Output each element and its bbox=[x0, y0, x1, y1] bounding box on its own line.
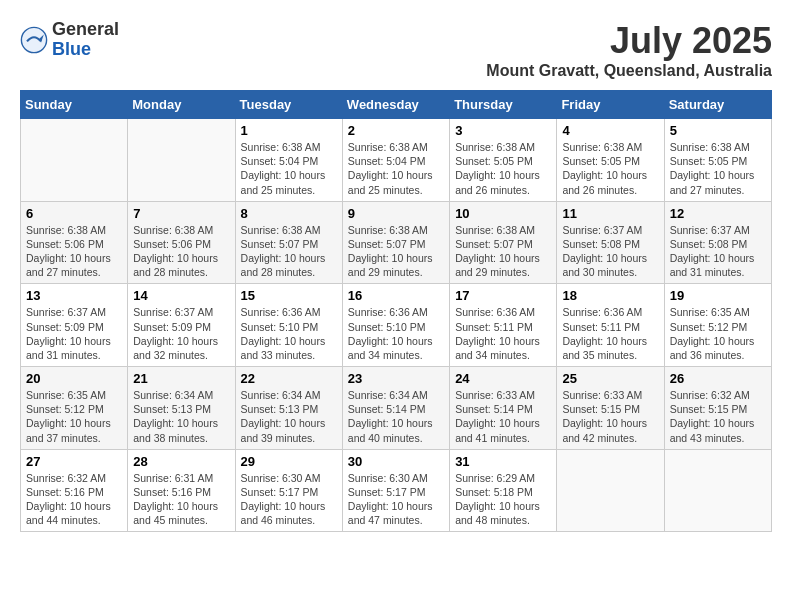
weekday-header-row: SundayMondayTuesdayWednesdayThursdayFrid… bbox=[21, 91, 772, 119]
day-info: Sunrise: 6:37 AM Sunset: 5:08 PM Dayligh… bbox=[670, 223, 766, 280]
day-info: Sunrise: 6:38 AM Sunset: 5:05 PM Dayligh… bbox=[455, 140, 551, 197]
day-info: Sunrise: 6:29 AM Sunset: 5:18 PM Dayligh… bbox=[455, 471, 551, 528]
day-info: Sunrise: 6:33 AM Sunset: 5:14 PM Dayligh… bbox=[455, 388, 551, 445]
weekday-header-tuesday: Tuesday bbox=[235, 91, 342, 119]
calendar-cell: 31Sunrise: 6:29 AM Sunset: 5:18 PM Dayli… bbox=[450, 449, 557, 532]
calendar-cell: 18Sunrise: 6:36 AM Sunset: 5:11 PM Dayli… bbox=[557, 284, 664, 367]
week-row-4: 20Sunrise: 6:35 AM Sunset: 5:12 PM Dayli… bbox=[21, 367, 772, 450]
day-number: 22 bbox=[241, 371, 337, 386]
calendar-cell bbox=[21, 119, 128, 202]
calendar-cell: 9Sunrise: 6:38 AM Sunset: 5:07 PM Daylig… bbox=[342, 201, 449, 284]
calendar-cell: 29Sunrise: 6:30 AM Sunset: 5:17 PM Dayli… bbox=[235, 449, 342, 532]
day-number: 6 bbox=[26, 206, 122, 221]
calendar-cell: 7Sunrise: 6:38 AM Sunset: 5:06 PM Daylig… bbox=[128, 201, 235, 284]
calendar-cell: 27Sunrise: 6:32 AM Sunset: 5:16 PM Dayli… bbox=[21, 449, 128, 532]
title-area: July 2025 Mount Gravatt, Queensland, Aus… bbox=[486, 20, 772, 80]
day-number: 17 bbox=[455, 288, 551, 303]
day-number: 27 bbox=[26, 454, 122, 469]
day-number: 7 bbox=[133, 206, 229, 221]
day-number: 21 bbox=[133, 371, 229, 386]
day-info: Sunrise: 6:34 AM Sunset: 5:13 PM Dayligh… bbox=[133, 388, 229, 445]
calendar-cell: 5Sunrise: 6:38 AM Sunset: 5:05 PM Daylig… bbox=[664, 119, 771, 202]
week-row-2: 6Sunrise: 6:38 AM Sunset: 5:06 PM Daylig… bbox=[21, 201, 772, 284]
day-number: 2 bbox=[348, 123, 444, 138]
calendar-cell: 3Sunrise: 6:38 AM Sunset: 5:05 PM Daylig… bbox=[450, 119, 557, 202]
day-number: 16 bbox=[348, 288, 444, 303]
calendar-cell: 24Sunrise: 6:33 AM Sunset: 5:14 PM Dayli… bbox=[450, 367, 557, 450]
day-number: 30 bbox=[348, 454, 444, 469]
calendar-cell bbox=[128, 119, 235, 202]
day-info: Sunrise: 6:37 AM Sunset: 5:08 PM Dayligh… bbox=[562, 223, 658, 280]
logo-general: General bbox=[52, 20, 119, 40]
calendar-cell: 28Sunrise: 6:31 AM Sunset: 5:16 PM Dayli… bbox=[128, 449, 235, 532]
calendar-cell: 8Sunrise: 6:38 AM Sunset: 5:07 PM Daylig… bbox=[235, 201, 342, 284]
calendar-cell: 20Sunrise: 6:35 AM Sunset: 5:12 PM Dayli… bbox=[21, 367, 128, 450]
day-info: Sunrise: 6:32 AM Sunset: 5:16 PM Dayligh… bbox=[26, 471, 122, 528]
week-row-5: 27Sunrise: 6:32 AM Sunset: 5:16 PM Dayli… bbox=[21, 449, 772, 532]
logo-blue: Blue bbox=[52, 40, 119, 60]
day-info: Sunrise: 6:35 AM Sunset: 5:12 PM Dayligh… bbox=[26, 388, 122, 445]
weekday-header-monday: Monday bbox=[128, 91, 235, 119]
calendar-cell: 2Sunrise: 6:38 AM Sunset: 5:04 PM Daylig… bbox=[342, 119, 449, 202]
day-number: 4 bbox=[562, 123, 658, 138]
calendar-cell: 11Sunrise: 6:37 AM Sunset: 5:08 PM Dayli… bbox=[557, 201, 664, 284]
weekday-header-wednesday: Wednesday bbox=[342, 91, 449, 119]
calendar-cell: 12Sunrise: 6:37 AM Sunset: 5:08 PM Dayli… bbox=[664, 201, 771, 284]
day-number: 20 bbox=[26, 371, 122, 386]
logo-text: General Blue bbox=[52, 20, 119, 60]
day-number: 9 bbox=[348, 206, 444, 221]
day-number: 19 bbox=[670, 288, 766, 303]
day-number: 8 bbox=[241, 206, 337, 221]
day-info: Sunrise: 6:34 AM Sunset: 5:13 PM Dayligh… bbox=[241, 388, 337, 445]
day-number: 14 bbox=[133, 288, 229, 303]
day-info: Sunrise: 6:34 AM Sunset: 5:14 PM Dayligh… bbox=[348, 388, 444, 445]
calendar-cell bbox=[557, 449, 664, 532]
day-info: Sunrise: 6:31 AM Sunset: 5:16 PM Dayligh… bbox=[133, 471, 229, 528]
weekday-header-sunday: Sunday bbox=[21, 91, 128, 119]
calendar-cell: 10Sunrise: 6:38 AM Sunset: 5:07 PM Dayli… bbox=[450, 201, 557, 284]
calendar-cell: 15Sunrise: 6:36 AM Sunset: 5:10 PM Dayli… bbox=[235, 284, 342, 367]
weekday-header-thursday: Thursday bbox=[450, 91, 557, 119]
day-number: 31 bbox=[455, 454, 551, 469]
day-info: Sunrise: 6:30 AM Sunset: 5:17 PM Dayligh… bbox=[241, 471, 337, 528]
day-number: 26 bbox=[670, 371, 766, 386]
day-info: Sunrise: 6:32 AM Sunset: 5:15 PM Dayligh… bbox=[670, 388, 766, 445]
calendar-cell: 22Sunrise: 6:34 AM Sunset: 5:13 PM Dayli… bbox=[235, 367, 342, 450]
calendar-cell: 6Sunrise: 6:38 AM Sunset: 5:06 PM Daylig… bbox=[21, 201, 128, 284]
calendar-cell: 19Sunrise: 6:35 AM Sunset: 5:12 PM Dayli… bbox=[664, 284, 771, 367]
day-info: Sunrise: 6:37 AM Sunset: 5:09 PM Dayligh… bbox=[133, 305, 229, 362]
day-number: 3 bbox=[455, 123, 551, 138]
svg-point-0 bbox=[21, 27, 46, 52]
day-info: Sunrise: 6:38 AM Sunset: 5:05 PM Dayligh… bbox=[562, 140, 658, 197]
location-title: Mount Gravatt, Queensland, Australia bbox=[486, 62, 772, 80]
calendar-cell bbox=[664, 449, 771, 532]
day-info: Sunrise: 6:38 AM Sunset: 5:04 PM Dayligh… bbox=[348, 140, 444, 197]
month-title: July 2025 bbox=[486, 20, 772, 62]
day-number: 5 bbox=[670, 123, 766, 138]
day-info: Sunrise: 6:30 AM Sunset: 5:17 PM Dayligh… bbox=[348, 471, 444, 528]
day-number: 12 bbox=[670, 206, 766, 221]
day-info: Sunrise: 6:38 AM Sunset: 5:07 PM Dayligh… bbox=[348, 223, 444, 280]
week-row-3: 13Sunrise: 6:37 AM Sunset: 5:09 PM Dayli… bbox=[21, 284, 772, 367]
day-number: 15 bbox=[241, 288, 337, 303]
day-number: 1 bbox=[241, 123, 337, 138]
day-info: Sunrise: 6:37 AM Sunset: 5:09 PM Dayligh… bbox=[26, 305, 122, 362]
day-info: Sunrise: 6:38 AM Sunset: 5:07 PM Dayligh… bbox=[241, 223, 337, 280]
day-number: 28 bbox=[133, 454, 229, 469]
page-header: General Blue July 2025 Mount Gravatt, Qu… bbox=[20, 20, 772, 80]
day-number: 18 bbox=[562, 288, 658, 303]
day-number: 23 bbox=[348, 371, 444, 386]
calendar-cell: 1Sunrise: 6:38 AM Sunset: 5:04 PM Daylig… bbox=[235, 119, 342, 202]
logo: General Blue bbox=[20, 20, 119, 60]
day-info: Sunrise: 6:38 AM Sunset: 5:06 PM Dayligh… bbox=[26, 223, 122, 280]
logo-icon bbox=[20, 26, 48, 54]
calendar-cell: 21Sunrise: 6:34 AM Sunset: 5:13 PM Dayli… bbox=[128, 367, 235, 450]
day-info: Sunrise: 6:36 AM Sunset: 5:10 PM Dayligh… bbox=[241, 305, 337, 362]
calendar-cell: 25Sunrise: 6:33 AM Sunset: 5:15 PM Dayli… bbox=[557, 367, 664, 450]
calendar: SundayMondayTuesdayWednesdayThursdayFrid… bbox=[20, 90, 772, 532]
day-info: Sunrise: 6:33 AM Sunset: 5:15 PM Dayligh… bbox=[562, 388, 658, 445]
calendar-cell: 30Sunrise: 6:30 AM Sunset: 5:17 PM Dayli… bbox=[342, 449, 449, 532]
calendar-cell: 23Sunrise: 6:34 AM Sunset: 5:14 PM Dayli… bbox=[342, 367, 449, 450]
calendar-cell: 26Sunrise: 6:32 AM Sunset: 5:15 PM Dayli… bbox=[664, 367, 771, 450]
day-number: 25 bbox=[562, 371, 658, 386]
